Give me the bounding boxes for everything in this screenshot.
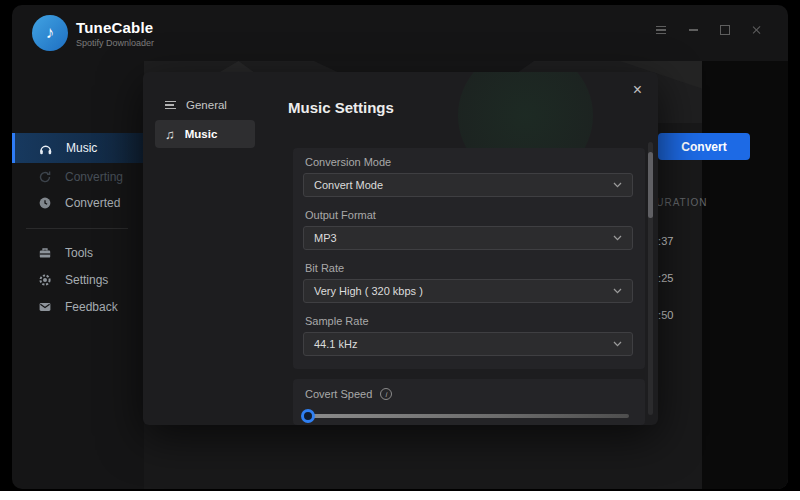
sidebar-item-converting[interactable]: Converting bbox=[12, 164, 144, 190]
settings-dialog: × General ♫ Music Music Settings Convers… bbox=[143, 72, 658, 425]
sidebar: Music Converting Converted bbox=[12, 61, 144, 489]
sidebar-item-label: Converting bbox=[65, 170, 123, 184]
clock-icon bbox=[38, 196, 52, 210]
sidebar-item-label: Tools bbox=[65, 246, 93, 260]
background-shade bbox=[702, 61, 788, 489]
screenshot-stage: ♪ TuneCable Spotify Downloader Music bbox=[0, 0, 800, 500]
convert-button[interactable]: Convert bbox=[658, 133, 750, 160]
gear-icon bbox=[38, 273, 52, 287]
chevron-down-icon bbox=[613, 182, 622, 188]
headphones-icon bbox=[38, 141, 53, 156]
convert-speed-panel: Covert Speed i bbox=[293, 379, 645, 425]
menu-icon[interactable] bbox=[654, 23, 668, 37]
settings-fields-panel: Conversion Mode Convert Mode Output Form… bbox=[293, 148, 645, 369]
output-format-select[interactable]: MP3 bbox=[303, 226, 633, 250]
slider-handle[interactable] bbox=[301, 409, 315, 423]
convert-speed-slider[interactable] bbox=[303, 414, 629, 418]
tab-general[interactable]: General bbox=[165, 94, 227, 116]
sidebar-item-feedback[interactable]: Feedback bbox=[12, 294, 144, 320]
field-label-sample-rate: Sample Rate bbox=[305, 315, 369, 327]
sidebar-item-tools[interactable]: Tools bbox=[12, 240, 144, 266]
info-icon[interactable]: i bbox=[380, 388, 392, 400]
close-window-icon[interactable] bbox=[750, 23, 764, 37]
tab-label: Music bbox=[185, 128, 218, 140]
minimize-icon[interactable] bbox=[686, 23, 700, 37]
sidebar-divider bbox=[26, 228, 128, 229]
sidebar-item-converted[interactable]: Converted bbox=[12, 190, 144, 216]
window-controls bbox=[654, 23, 764, 37]
sidebar-item-label: Converted bbox=[65, 196, 120, 210]
chevron-down-icon bbox=[613, 235, 622, 241]
dialog-scrollbar bbox=[648, 142, 653, 415]
sidebar-item-label: Feedback bbox=[65, 300, 118, 314]
sample-rate-select[interactable]: 44.1 kHz bbox=[303, 332, 633, 356]
convert-speed-label: Covert Speed bbox=[305, 388, 372, 400]
music-note-icon: ♪ bbox=[46, 23, 55, 43]
bit-rate-select[interactable]: Very High ( 320 kbps ) bbox=[303, 279, 633, 303]
sidebar-item-label: Music bbox=[66, 141, 97, 155]
chevron-down-icon bbox=[613, 341, 622, 347]
app-logo: ♪ bbox=[32, 15, 68, 51]
sidebar-item-settings[interactable]: Settings bbox=[12, 267, 144, 293]
field-label-bit-rate: Bit Rate bbox=[305, 262, 344, 274]
sidebar-item-music[interactable]: Music bbox=[12, 133, 144, 163]
converting-icon bbox=[38, 170, 52, 184]
list-lines-icon bbox=[165, 101, 176, 110]
conversion-mode-select[interactable]: Convert Mode bbox=[303, 173, 633, 197]
field-label-conversion-mode: Conversion Mode bbox=[305, 156, 391, 168]
field-label-output-format: Output Format bbox=[305, 209, 376, 221]
toolbox-icon bbox=[38, 246, 52, 260]
dialog-title: Music Settings bbox=[288, 99, 394, 116]
chevron-down-icon bbox=[613, 288, 622, 294]
app-title: TuneCable bbox=[76, 19, 153, 36]
maximize-icon[interactable] bbox=[718, 23, 732, 37]
music-note-icon: ♫ bbox=[165, 127, 175, 142]
tab-label: General bbox=[186, 99, 227, 111]
sidebar-item-label: Settings bbox=[65, 273, 108, 287]
scrollbar-thumb[interactable] bbox=[648, 152, 653, 218]
mail-icon bbox=[38, 300, 52, 314]
app-tagline: Spotify Downloader bbox=[76, 38, 154, 48]
tab-music[interactable]: ♫ Music bbox=[155, 120, 255, 148]
close-dialog-icon[interactable]: × bbox=[629, 78, 646, 102]
